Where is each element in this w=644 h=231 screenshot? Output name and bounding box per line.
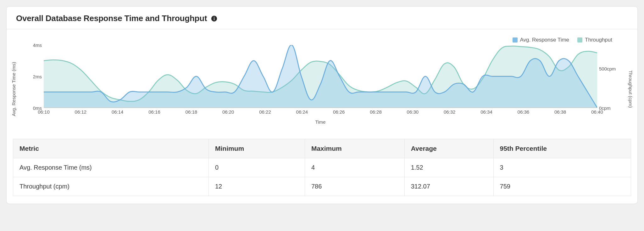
cell-avg: 1.52: [404, 158, 493, 177]
x-tick: 06:28: [370, 109, 382, 115]
x-tick: 06:30: [407, 109, 419, 115]
metrics-thead: Metric Minimum Maximum Average 95th Perc…: [13, 139, 631, 158]
x-tick: 06:16: [148, 109, 160, 115]
plot-area[interactable]: [44, 45, 597, 108]
legend-swatch-throughput: [577, 37, 582, 42]
x-axis: Time 06:1006:1206:1406:1606:1806:2006:22…: [44, 108, 597, 117]
cell-min: 12: [208, 177, 305, 196]
panel-header: Overall Database Response Time and Throu…: [7, 7, 637, 29]
y-right-axis-title: Throughput (cpm): [628, 70, 633, 108]
x-tick: 06:12: [75, 109, 87, 115]
th-max: Maximum: [305, 139, 404, 158]
cell-max: 4: [305, 158, 404, 177]
legend-item-response-time[interactable]: Avg. Response Time: [513, 37, 569, 43]
x-tick: 06:14: [112, 109, 124, 115]
chart-panel: Overall Database Response Time and Throu…: [6, 6, 638, 204]
cell-avg: 312.07: [404, 177, 493, 196]
cell-metric: Avg. Response Time (ms): [13, 158, 209, 177]
chart-wrap: 0ms2ms4ms 0cpm500cpm Time 06:1006:1206:1…: [25, 45, 619, 117]
x-tick: 06:34: [480, 109, 492, 115]
legend-swatch-response-time: [513, 37, 518, 42]
legend-label-response-time: Avg. Response Time: [520, 37, 569, 43]
y-right-axis: 0cpm500cpm: [597, 45, 619, 108]
legend-label-throughput: Throughput: [585, 37, 612, 43]
svg-point-2: [214, 17, 215, 18]
cell-p95: 3: [493, 158, 631, 177]
x-tick: 06:32: [444, 109, 456, 115]
th-metric: Metric: [13, 139, 209, 158]
x-axis-title: Time: [315, 119, 326, 125]
x-tick: 06:26: [333, 109, 345, 115]
chart-zone: Avg. Response Time Throughput Avg. Respo…: [7, 29, 637, 136]
chart-svg: [44, 45, 597, 108]
y-left-tick: 4ms: [33, 42, 42, 48]
th-min: Minimum: [208, 139, 305, 158]
metrics-tbody: Avg. Response Time (ms) 0 4 1.52 3 Throu…: [13, 158, 631, 196]
svg-rect-1: [214, 18, 215, 20]
x-tick: 06:38: [554, 109, 566, 115]
x-tick: 06:20: [222, 109, 234, 115]
y-left-tick: 2ms: [33, 74, 42, 79]
x-tick: 06:36: [518, 109, 530, 115]
table-row: Throughput (cpm) 12 786 312.07 759: [13, 177, 631, 196]
cell-max: 786: [305, 177, 404, 196]
metrics-table: Metric Minimum Maximum Average 95th Perc…: [13, 139, 631, 196]
cell-metric: Throughput (cpm): [13, 177, 209, 196]
legend-item-throughput[interactable]: Throughput: [577, 37, 612, 43]
y-right-tick: 500cpm: [599, 66, 616, 71]
th-avg: Average: [404, 139, 493, 158]
chart-outer: Avg. Response Time (ms) Throughput (cpm)…: [16, 45, 628, 133]
x-tick: 06:40: [591, 109, 603, 115]
info-icon[interactable]: [211, 15, 218, 22]
x-tick: 06:24: [296, 109, 308, 115]
th-p95: 95th Percentile: [493, 139, 631, 158]
x-tick: 06:18: [186, 109, 197, 115]
y-left-axis: 0ms2ms4ms: [25, 45, 44, 108]
panel-title: Overall Database Response Time and Throu…: [16, 14, 207, 23]
x-tick: 06:22: [259, 109, 271, 115]
cell-p95: 759: [493, 177, 631, 196]
cell-min: 0: [208, 158, 305, 177]
x-tick: 06:10: [38, 109, 50, 115]
table-row: Avg. Response Time (ms) 0 4 1.52 3: [13, 158, 631, 177]
legend: Avg. Response Time Throughput: [16, 36, 628, 45]
y-left-axis-title: Avg. Response Time (ms): [11, 62, 16, 116]
